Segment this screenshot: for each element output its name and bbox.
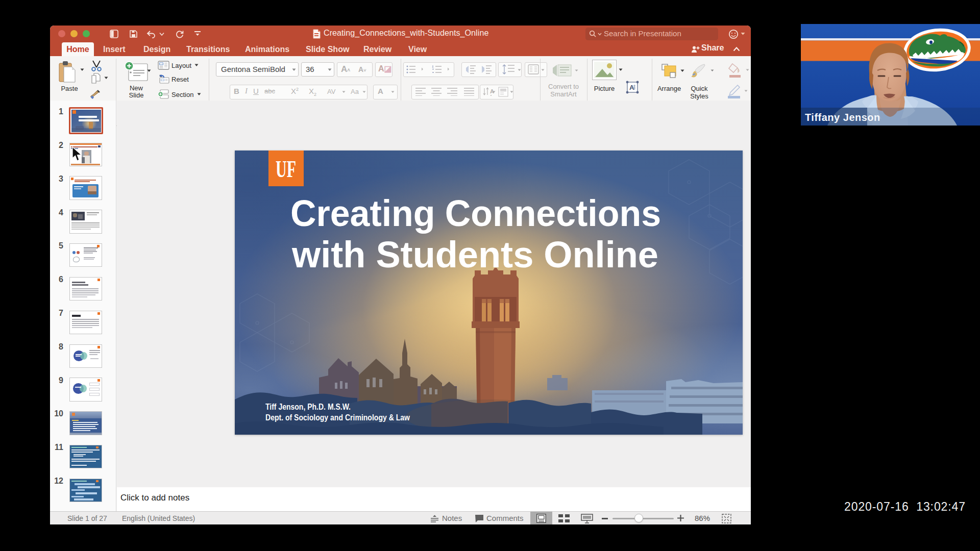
svg-text:Tiff Jenson, Ph.D. M.S.W.: Tiff Jenson, Ph.D. M.S.W. [265,402,351,412]
svg-text:with Students Online: with Students Online [291,234,658,275]
svg-text:UF: UF [276,156,296,182]
svg-text:Creating Connections: Creating Connections [290,193,661,234]
svg-text:Tiffany Jenson: Tiffany Jenson [805,112,880,123]
svg-text:Dept. of Sociology and Crimino: Dept. of Sociology and Criminology & Law [265,413,410,422]
